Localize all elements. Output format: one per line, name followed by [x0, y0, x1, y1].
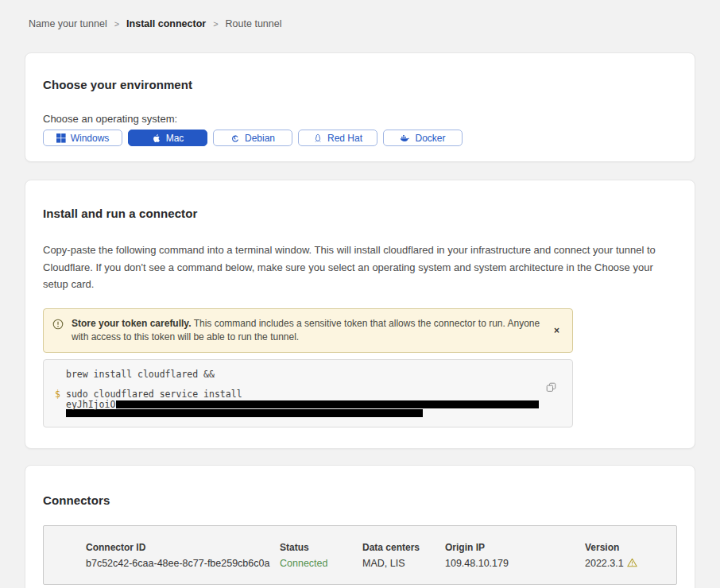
os-button-label: Docker: [415, 133, 445, 144]
os-button-label: Debian: [245, 133, 275, 144]
install-card-title: Install and run a connector: [43, 207, 677, 220]
code-line-sudo-text: sudo cloudflared service install: [66, 389, 242, 400]
windows-icon: [56, 133, 66, 143]
choose-environment-card: Choose your environment Choose an operat…: [25, 52, 695, 162]
breadcrumb: Name your tunnel > Install connector > R…: [0, 0, 720, 29]
os-button-docker[interactable]: Docker: [383, 130, 463, 146]
version-value: 2022.3.1: [585, 558, 676, 570]
close-icon[interactable]: ×: [551, 324, 563, 337]
column-header-origin-ip: Origin IP: [445, 542, 585, 553]
connectors-table: Connector ID Status Data centers Origin …: [43, 525, 677, 585]
token-redaction-bar: [66, 409, 423, 417]
column-header-status: Status: [280, 542, 362, 553]
os-button-label: Windows: [71, 133, 110, 144]
alert-message: Store your token carefully. This command…: [72, 317, 543, 344]
os-button-label: Red Hat: [327, 133, 362, 144]
docker-icon: [400, 133, 410, 143]
token-redaction-bar: [116, 400, 539, 408]
version-number: 2022.3.1: [585, 558, 624, 569]
install-connector-card: Install and run a connector Copy-paste t…: [25, 180, 695, 449]
os-button-debian[interactable]: Debian: [213, 130, 292, 146]
connectors-card-title: Connectors: [43, 493, 677, 507]
token-visible-text: eyJhIjoiO: [66, 400, 115, 409]
os-button-group: Windows Mac Debian Red Hat Docker: [43, 130, 677, 146]
breadcrumb-step-route-tunnel[interactable]: Route tunnel: [226, 18, 282, 29]
debian-icon: [230, 133, 240, 143]
status-badge: Connected: [280, 558, 362, 569]
alert-message-bold: Store your token carefully.: [72, 318, 192, 329]
shell-prompt: $: [55, 389, 66, 400]
warning-triangle-icon: [627, 558, 637, 570]
column-header-connector-id: Connector ID: [86, 542, 280, 553]
column-header-data-centers: Data centers: [362, 542, 445, 553]
breadcrumb-step-install-connector[interactable]: Install connector: [126, 18, 206, 29]
code-line-token: eyJhIjoiO: [55, 400, 561, 409]
breadcrumb-separator: >: [114, 19, 119, 29]
os-button-label: Mac: [166, 133, 184, 144]
origin-ip-value: 109.48.10.179: [445, 558, 585, 569]
install-command-codeblock[interactable]: brew install cloudflared && $ sudo cloud…: [43, 359, 573, 427]
os-select-label: Choose an operating system:: [43, 113, 677, 125]
os-button-windows[interactable]: Windows: [43, 130, 122, 146]
os-button-redhat[interactable]: Red Hat: [298, 130, 377, 146]
code-line-brew: brew install cloudflared &&: [55, 369, 561, 380]
connectors-card: Connectors Connector ID Status Data cent…: [25, 465, 695, 588]
os-button-mac[interactable]: Mac: [128, 130, 207, 146]
connector-id-value: b7c52c42-6caa-48ee-8c77-fbe259cb6c0a: [86, 558, 280, 569]
breadcrumb-separator: >: [213, 19, 218, 29]
apple-icon: [152, 133, 161, 143]
alert-circle-icon: [52, 319, 64, 333]
environment-card-title: Choose your environment: [43, 78, 677, 91]
data-centers-value: MAD, LIS: [362, 558, 445, 569]
breadcrumb-step-name-tunnel[interactable]: Name your tunnel: [29, 18, 107, 29]
copy-icon[interactable]: [546, 382, 556, 395]
column-header-version: Version: [585, 542, 676, 553]
redhat-icon: [313, 133, 323, 143]
code-line-sudo: $ sudo cloudflared service install: [55, 389, 561, 400]
token-warning-alert: Store your token carefully. This command…: [43, 308, 573, 353]
install-description: Copy-paste the following command into a …: [43, 242, 677, 293]
